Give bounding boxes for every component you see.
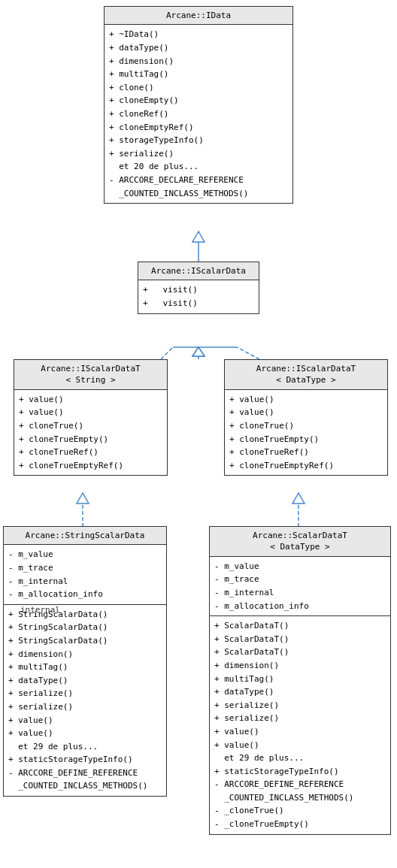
- iscalardata-box: Arcane::IScalarData + visit() + visit(): [138, 262, 259, 314]
- stringscalardata-m5: + multiTag(): [8, 661, 162, 674]
- svg-marker-5: [192, 347, 205, 356]
- stringscalardata-m3: + StringScalarData(): [8, 634, 162, 648]
- scalardatat-m7: + serialize(): [214, 699, 386, 712]
- stringscalardata-p3: - m_internal: [8, 575, 162, 588]
- scalardatat-m9: + value(): [214, 725, 386, 739]
- stringscalardata-p4: - m_allocation_info: [8, 588, 162, 601]
- stringscalardata-p2: - m_trace: [8, 561, 162, 575]
- scalardatat-m10: + value(): [214, 739, 386, 752]
- iscalardata-header: Arcane::IScalarData: [138, 262, 259, 280]
- iscalardatat-string-members: + value() + value() + cloneTrue() + clon…: [14, 390, 167, 476]
- scalardatat-m11: et 29 de plus...: [214, 752, 386, 765]
- internal-label: internal: [20, 605, 60, 615]
- scalardatat-m13: - ARCCORE_DEFINE_REFERENCE: [214, 778, 386, 791]
- stringscalardata-m10: + value(): [8, 727, 162, 740]
- iscalardata-member-2: + visit(): [143, 297, 254, 310]
- scalardatat-p2: - m_trace: [214, 573, 386, 586]
- iscalardatat-datatype-m6: + cloneTrueEmptyRef(): [229, 459, 383, 473]
- stringscalardata-m6: + dataType(): [8, 674, 162, 688]
- iscalardatat-datatype-m3: + cloneTrue(): [229, 419, 383, 433]
- iscalardata-members: + visit() + visit(): [138, 280, 259, 313]
- scalardatat-p4: - m_allocation_info: [214, 600, 386, 613]
- stringscalardata-m13: - ARCCORE_DEFINE_REFERENCE: [8, 767, 162, 780]
- iscalardata-member-1: + visit(): [143, 283, 254, 297]
- idata-member-1: + ~IData(): [109, 28, 288, 41]
- idata-box: Arcane::IData + ~IData() + dataType() + …: [104, 6, 293, 204]
- idata-member-6: + cloneEmpty(): [109, 94, 288, 107]
- diagram-container: Arcane::IData + ~IData() + dataType() + …: [0, 0, 397, 868]
- iscalardatat-string-m1: + value(): [19, 393, 162, 407]
- scalardatat-m6: + dataType(): [214, 685, 386, 699]
- scalardatat-m14: _COUNTED_INCLASS_METHODS(): [214, 791, 386, 805]
- iscalardatat-string-m2: + value(): [19, 406, 162, 419]
- stringscalardata-m2: + StringScalarData(): [8, 621, 162, 634]
- stringscalardata-p1: - m_value: [8, 548, 162, 561]
- stringscalardata-private: - m_value - m_trace - m_internal - m_all…: [4, 545, 166, 604]
- idata-member-10: + serialize(): [109, 147, 288, 161]
- svg-marker-10: [77, 493, 89, 504]
- scalardatat-public: + ScalarDataT() + ScalarDataT() + Scalar…: [210, 616, 390, 834]
- iscalardatat-datatype-m2: + value(): [229, 406, 383, 419]
- idata-member-9: + storageTypeInfo(): [109, 134, 288, 147]
- idata-member-4: + multiTag(): [109, 68, 288, 81]
- idata-member-13: _COUNTED_INCLASS_METHODS(): [109, 187, 288, 201]
- scalardatat-m1: + ScalarDataT(): [214, 619, 386, 633]
- scalardatat-m2: + ScalarDataT(): [214, 633, 386, 646]
- iscalardatat-string-box: Arcane::IScalarDataT< String > + value()…: [14, 359, 168, 476]
- scalardatat-m5: + multiTag(): [214, 673, 386, 686]
- svg-marker-12: [292, 493, 305, 504]
- idata-member-3: + dimension(): [109, 55, 288, 68]
- stringscalardata-m4: + dimension(): [8, 648, 162, 661]
- iscalardatat-string-m4: + cloneTrueEmpty(): [19, 433, 162, 446]
- iscalardatat-string-header: Arcane::IScalarDataT< String >: [14, 360, 167, 390]
- scalardatat-m16: - _cloneTrueEmpty(): [214, 818, 386, 831]
- iscalardatat-string-m6: + cloneTrueEmptyRef(): [19, 459, 162, 473]
- svg-line-2: [161, 347, 173, 359]
- iscalardatat-string-m5: + cloneTrueRef(): [19, 446, 162, 459]
- iscalardatat-string-m3: + cloneTrue(): [19, 419, 162, 433]
- stringscalardata-m14: _COUNTED_INCLASS_METHODS(): [8, 779, 162, 793]
- stringscalardata-m9: + value(): [8, 714, 162, 727]
- idata-member-12: - ARCCORE_DECLARE_REFERENCE: [109, 174, 288, 187]
- svg-marker-8: [192, 347, 205, 356]
- scalardatat-m15: - _cloneTrue(): [214, 804, 386, 818]
- stringscalardata-header: Arcane::StringScalarData: [4, 527, 166, 545]
- iscalardatat-datatype-header: Arcane::IScalarDataT< DataType >: [225, 360, 387, 390]
- stringscalardata-m11: et 29 de plus...: [8, 740, 162, 754]
- scalardatat-m4: + dimension(): [214, 659, 386, 673]
- svg-marker-1: [192, 231, 205, 242]
- idata-member-7: + cloneRef(): [109, 107, 288, 121]
- scalardatat-m12: + staticStorageTypeInfo(): [214, 765, 386, 779]
- stringscalardata-box: Arcane::StringScalarData - m_value - m_t…: [3, 526, 167, 797]
- scalardatat-datatype-box: Arcane::ScalarDataT< DataType > - m_valu…: [209, 526, 391, 835]
- scalardatat-datatype-header: Arcane::ScalarDataT< DataType >: [210, 527, 390, 557]
- idata-member-11: et 20 de plus...: [109, 160, 288, 174]
- stringscalardata-m12: + staticStorageTypeInfo(): [8, 753, 162, 767]
- stringscalardata-public: + StringScalarData() + StringScalarData(…: [4, 605, 166, 796]
- svg-line-6: [237, 347, 259, 359]
- scalardatat-m8: + serialize(): [214, 712, 386, 725]
- scalardatat-p3: - m_internal: [214, 586, 386, 600]
- scalardatat-m3: + ScalarDataT(): [214, 646, 386, 659]
- idata-header: Arcane::IData: [105, 7, 292, 25]
- stringscalardata-m8: + serialize(): [8, 700, 162, 714]
- stringscalardata-m7: + serialize(): [8, 687, 162, 700]
- iscalardatat-datatype-m4: + cloneTrueEmpty(): [229, 433, 383, 446]
- idata-member-8: + cloneEmptyRef(): [109, 121, 288, 135]
- iscalardatat-datatype-m1: + value(): [229, 393, 383, 407]
- iscalardatat-datatype-box: Arcane::IScalarDataT< DataType > + value…: [224, 359, 388, 476]
- idata-member-2: + dataType(): [109, 41, 288, 55]
- scalardatat-p1: - m_value: [214, 560, 386, 573]
- scalardatat-private: - m_value - m_trace - m_internal - m_all…: [210, 557, 390, 616]
- idata-member-5: + clone(): [109, 81, 288, 95]
- iscalardatat-datatype-members: + value() + value() + cloneTrue() + clon…: [225, 390, 387, 476]
- iscalardatat-datatype-m5: + cloneTrueRef(): [229, 446, 383, 459]
- idata-members: + ~IData() + dataType() + dimension() + …: [105, 25, 292, 203]
